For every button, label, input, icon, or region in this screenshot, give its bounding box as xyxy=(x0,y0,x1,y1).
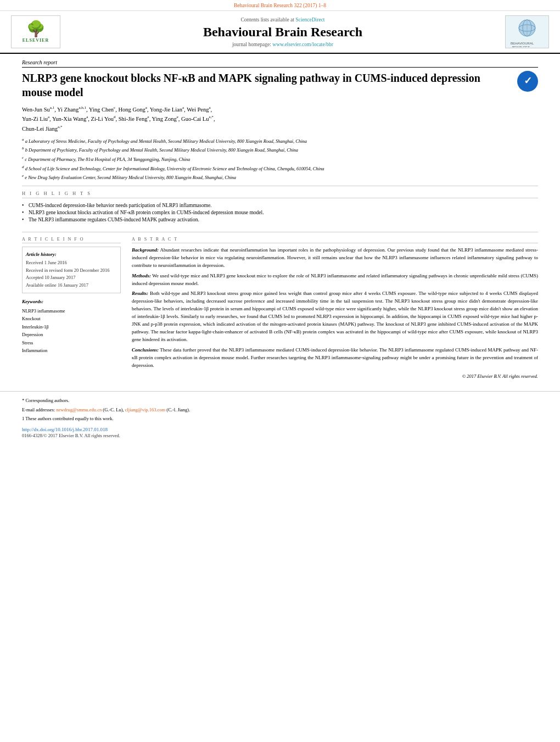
conclusions-text: These data further proved that the NLRP3… xyxy=(132,347,538,368)
homepage-link[interactable]: www.elsevier.com/locate/bbr xyxy=(272,42,333,47)
elsevier-logo: 🌳 ELSEVIER xyxy=(11,15,60,48)
affiliations-block: a a Laboratory of Stress Medicine, Facul… xyxy=(22,137,538,186)
highlights-label: H I G H L I G H T S xyxy=(22,191,538,198)
article-title-text: NLRP3 gene knockout blocks NF-κB and MAP… xyxy=(22,71,512,99)
results-text: Both wild-type and NLRP3 knockout stress… xyxy=(132,291,538,342)
keyword-6: Inflammation xyxy=(22,347,121,354)
history-heading: Article history: xyxy=(26,250,117,258)
conclusions-heading: Conclusions: xyxy=(132,347,159,353)
contents-label: Contents lists available at xyxy=(240,17,294,23)
affiliation-e: e e New Drug Safety Evaluation Center, S… xyxy=(22,173,538,181)
highlight-item-3: The NLRP3 inflammasome regulates CUMS-in… xyxy=(22,217,538,222)
keyword-4: Depression xyxy=(22,331,121,338)
copyright-text: © 2017 Elsevier B.V. All rights reserved… xyxy=(132,373,538,380)
svg-text:BRAIN RES.: BRAIN RES. xyxy=(512,46,531,47)
methods-heading: Methods: xyxy=(132,273,151,278)
results-heading: Results: xyxy=(132,291,148,296)
page: Behavioural Brain Research 322 (2017) 1–… xyxy=(0,0,560,742)
contents-list: Contents lists available at ScienceDirec… xyxy=(66,17,500,23)
svg-text:BEHAVIOURAL: BEHAVIOURAL xyxy=(511,42,534,45)
affiliation-d: d d School of Life Science and Technolog… xyxy=(22,164,538,172)
received-date: Received 1 June 2016 xyxy=(26,259,117,267)
main-content: Research report NLRP3 gene knockout bloc… xyxy=(0,54,560,386)
journal-center: Contents lists available at ScienceDirec… xyxy=(66,17,500,47)
highlights-section: H I G H L I G H T S CUMS-induced depress… xyxy=(22,191,538,226)
issn-text: 0166-4328/© 2017 Elsevier B.V. All right… xyxy=(22,433,120,438)
keyword-2: Knockout xyxy=(22,315,121,322)
article-title-block: NLRP3 gene knockout blocks NF-κB and MAP… xyxy=(22,71,538,99)
abstract-label: A B S T R A C T xyxy=(132,237,538,243)
affiliation-b: b b Department of Psychiatry, Faculty of… xyxy=(22,146,538,154)
journal-volume-link[interactable]: Behavioural Brain Research 322 (2017) 1–… xyxy=(234,3,326,8)
journal-title: Behavioural Brain Research xyxy=(66,25,500,40)
email1-who: (G.-C. Lu), xyxy=(103,407,124,412)
email1-link[interactable]: newdrug@smmu.edu.cn xyxy=(56,407,102,412)
crossmark-logo: ✓ xyxy=(517,71,538,92)
homepage-label: journal homepage: xyxy=(232,42,271,47)
doi-section: http://dx.doi.org/10.1016/j.bbr.2017.01.… xyxy=(22,426,538,438)
article-history-block: Article history: Received 1 June 2016 Re… xyxy=(22,247,121,293)
keywords-block: Keywords: NLRP3 inflammasome Knockout In… xyxy=(22,298,121,355)
affiliation-c: c c Department of Pharmacy, The 81st Hos… xyxy=(22,155,538,163)
elsevier-brand: ELSEVIER xyxy=(23,38,49,43)
two-column-section: A R T I C L E I N F O Article history: R… xyxy=(22,232,538,380)
accepted-date: Accepted 10 January 2017 xyxy=(26,274,117,282)
revised-label: Received in revised form 20 December 201… xyxy=(26,267,117,275)
email-label: E-mail addresses: xyxy=(22,407,55,412)
footnote-equal-contribution: 1 These authors contributed equally to t… xyxy=(22,415,538,423)
abstract-column: A B S T R A C T Background: Abundant res… xyxy=(132,237,538,380)
topbar: Behavioural Brain Research 322 (2017) 1–… xyxy=(0,0,560,11)
keyword-1: NLRP3 inflammasome xyxy=(22,307,121,315)
article-info-column: A R T I C L E I N F O Article history: R… xyxy=(22,237,121,380)
abstract-background: Background: Abundant researches indicate… xyxy=(132,247,538,270)
keywords-heading: Keywords: xyxy=(22,298,121,306)
abstract-methods: Methods: We used wild-type mice and NLRP… xyxy=(132,272,538,288)
sciencedirect-link[interactable]: ScienceDirect xyxy=(295,17,324,23)
authors-block: Wen-Jun Sua,1, Yi Zhanga,b,1, Ying Chenc… xyxy=(22,105,538,133)
email2-link[interactable]: cljiang@vip.163.com xyxy=(125,407,165,412)
highlight-item-1: CUMS-induced depression-like behavior ne… xyxy=(22,203,538,208)
article-type: Research report xyxy=(22,59,538,68)
email2-who: (C.-l. Jiang). xyxy=(166,407,190,412)
email-addresses: E-mail addresses: newdrug@smmu.edu.cn (G… xyxy=(22,406,538,414)
keyword-3: Interleukin-1β xyxy=(22,323,121,331)
elsevier-tree-icon: 🌳 xyxy=(26,21,46,37)
methods-text: We used wild-type mice and NLRP3 gene kn… xyxy=(132,273,538,286)
keyword-5: Stress xyxy=(22,339,121,347)
available-date: Available online 16 January 2017 xyxy=(26,282,117,289)
abstract-body: Background: Abundant researches indicate… xyxy=(132,247,538,380)
background-heading: Background: xyxy=(132,247,159,253)
background-text: Abundant researches indicate that neuroi… xyxy=(132,247,538,268)
article-info-label: A R T I C L E I N F O xyxy=(22,237,121,243)
abstract-results: Results: Both wild-type and NLRP3 knocko… xyxy=(132,290,538,344)
affiliation-a: a a Laboratory of Stress Medicine, Facul… xyxy=(22,137,538,145)
journal-header: 🌳 ELSEVIER Contents lists available at S… xyxy=(0,11,560,54)
doi-link[interactable]: http://dx.doi.org/10.1016/j.bbr.2017.01.… xyxy=(22,427,108,432)
journal-logo-image: BEHAVIOURAL BRAIN RES. xyxy=(505,15,549,48)
highlight-item-2: NLRP3 gene knockout blocks activation of… xyxy=(22,210,538,215)
abstract-conclusions: Conclusions: These data further proved t… xyxy=(132,347,538,370)
journal-homepage: journal homepage: www.elsevier.com/locat… xyxy=(66,42,500,47)
footer-section: * Corresponding authors. E-mail addresse… xyxy=(0,391,560,444)
corresponding-note: * Corresponding authors. xyxy=(22,397,538,405)
highlights-list: CUMS-induced depression-like behavior ne… xyxy=(22,200,538,226)
